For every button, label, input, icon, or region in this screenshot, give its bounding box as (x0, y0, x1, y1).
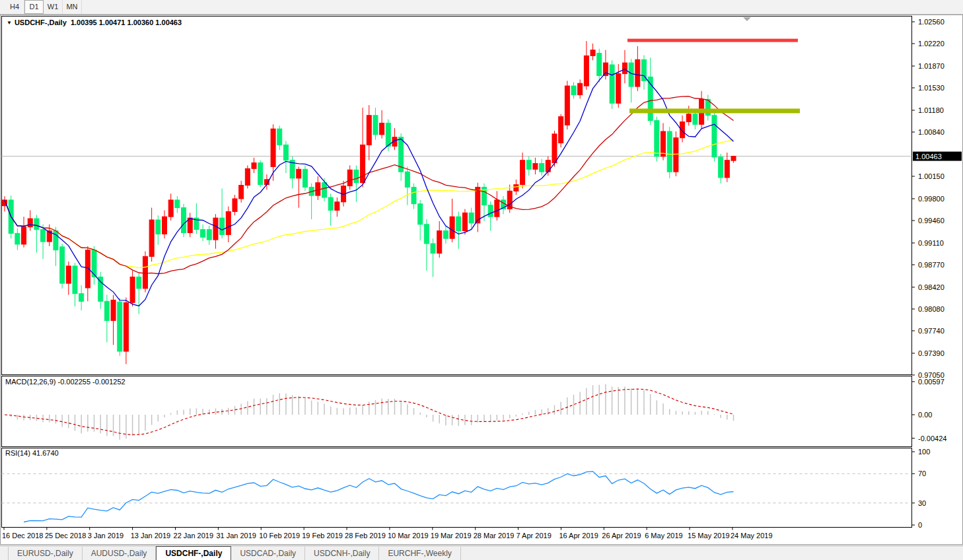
support-line[interactable] (629, 108, 800, 113)
chart-symbol-label: USDCHF-,Daily (15, 18, 67, 26)
timeframe-button-w1[interactable]: W1 (44, 0, 63, 14)
price-axis-tick: 1.00840 (918, 128, 945, 136)
chart-canvas[interactable]: 1.025601.022201.018701.015301.011801.008… (0, 0, 963, 560)
price-axis-tick: 1.01180 (918, 106, 944, 114)
price-axis-tick: 0.97390 (918, 349, 945, 357)
price-axis-tick: 0.98770 (918, 261, 945, 269)
tab-usdcad-daily[interactable]: USDCAD-,Daily (231, 547, 305, 560)
chart-collapse-icon[interactable]: ▼ (7, 20, 12, 26)
price-axis-tick: 1.02560 (918, 18, 945, 26)
timeframe-button-h4[interactable]: H4 (5, 0, 24, 14)
rsi-axis-tick: 70 (918, 470, 926, 477)
main-chart-pane[interactable] (2, 17, 912, 375)
date-axis-label: 15 May 2019 (688, 532, 730, 540)
macd-indicator-label: MACD(12,26,9) -0.002255 -0.001252 (5, 378, 125, 386)
price-axis-tick: 0.98080 (918, 305, 945, 313)
date-axis-label: 24 May 2019 (731, 532, 773, 540)
macd-pane[interactable] (2, 376, 912, 447)
rsi-pane[interactable] (2, 448, 912, 528)
chart-title: ▼USDCHF-,Daily 1.00395 1.00471 1.00360 1… (7, 18, 182, 26)
chart-ohlc-values: 1.00395 1.00471 1.00360 1.00463 (71, 18, 182, 26)
timeframe-toolbar: H4 D1 W1 MN (0, 0, 963, 15)
tab-audusd-daily[interactable]: AUDUSD-,Daily (83, 547, 157, 560)
date-axis-label: 19 Feb 2019 (302, 532, 343, 540)
rsi-indicator-label: RSI(14) 41.6740 (5, 449, 59, 457)
date-axis-label: 19 Mar 2019 (431, 532, 472, 540)
date-axis-label: 28 Mar 2019 (474, 532, 515, 540)
rsi-axis-tick: 100 (918, 448, 930, 456)
date-axis-label: 22 Jan 2019 (174, 532, 214, 540)
rsi-axis-tick: 30 (918, 499, 926, 507)
chart-tabbar: EURUSD-,Daily AUDUSD-,Daily USDCHF-,Dail… (0, 545, 963, 560)
price-axis-tick: 1.01870 (918, 62, 945, 70)
date-axis-label: 25 Dec 2018 (45, 532, 86, 540)
date-axis-label: 10 Mar 2019 (388, 532, 429, 540)
macd-axis-tick: -0.00424 (918, 435, 946, 442)
price-axis-tick: 0.98420 (918, 283, 945, 291)
price-axis-tick: 1.02220 (918, 40, 945, 48)
price-axis-tick: 1.00150 (918, 172, 945, 180)
date-axis-label: 13 Jan 2019 (131, 532, 171, 540)
date-axis[interactable]: 16 Dec 201825 Dec 20183 Jan 201913 Jan 2… (2, 528, 773, 540)
rsi-axis-tick: 0 (918, 521, 922, 529)
macd-axis-tick: 0.00597 (918, 378, 945, 386)
date-axis-label: 16 Dec 2018 (2, 532, 43, 540)
date-axis-label: 10 Feb 2019 (259, 532, 300, 540)
tab-usdchf-daily[interactable]: USDCHF-,Daily (156, 546, 231, 560)
date-axis-label: 28 Feb 2019 (345, 532, 386, 540)
current-price-tag-label: 1.00463 (915, 153, 942, 160)
tab-eurchf-weekly[interactable]: EURCHF-,Weekly (379, 547, 460, 560)
price-axis-tick: 0.97740 (918, 327, 945, 335)
resistance-line[interactable] (627, 39, 798, 42)
macd-values: -0.002255 -0.001252 (57, 378, 125, 386)
tab-usdcnh-daily[interactable]: USDCNH-,Daily (305, 547, 379, 560)
timeframe-button-mn[interactable]: MN (63, 0, 82, 14)
price-axis-tick: 0.99800 (918, 195, 945, 203)
macd-axis-tick: 0.00 (918, 411, 932, 419)
price-axis-tick: 0.99110 (918, 239, 944, 247)
date-axis-label: 7 Apr 2019 (517, 532, 552, 540)
price-axis-tick: 0.99460 (918, 217, 945, 225)
date-axis-label: 6 May 2019 (645, 532, 682, 540)
date-axis-label: 16 Apr 2019 (559, 532, 598, 540)
date-axis-label: 26 Apr 2019 (602, 532, 641, 540)
date-axis-label: 31 Jan 2019 (216, 532, 256, 540)
tab-eurusd-daily[interactable]: EURUSD-,Daily (8, 547, 83, 560)
date-axis-label: 3 Jan 2019 (88, 532, 124, 540)
price-axis-tick: 1.01530 (918, 84, 945, 92)
timeframe-button-d1[interactable]: D1 (24, 0, 44, 14)
